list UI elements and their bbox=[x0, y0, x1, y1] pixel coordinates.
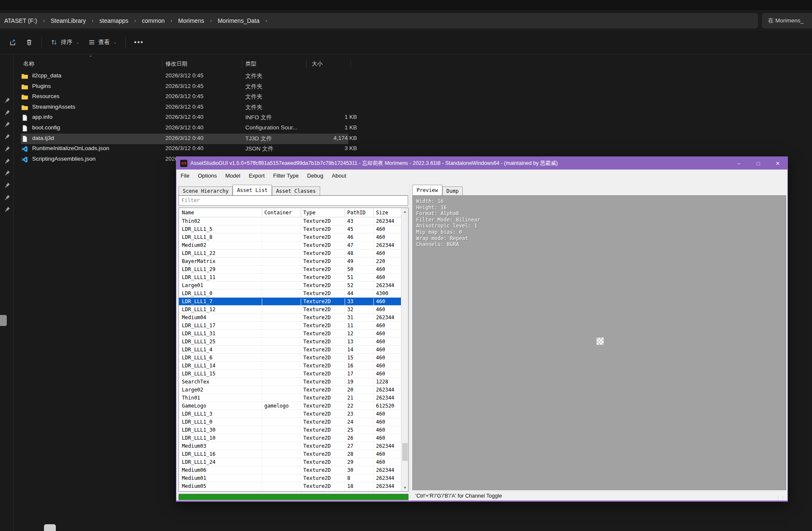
column-divider[interactable] bbox=[345, 209, 345, 216]
breadcrumb[interactable]: ATASET (F:)›SteamLibrary›steamapps›commo… bbox=[0, 13, 758, 28]
tab-preview[interactable]: Preview bbox=[412, 185, 442, 195]
asset-row[interactable]: Thin01Texture2D21262344 bbox=[179, 394, 402, 402]
resize-grip[interactable]: ⋮⋮ bbox=[776, 496, 785, 501]
breadcrumb-segment[interactable]: steamapps bbox=[97, 16, 131, 26]
column-header-date[interactable]: 修改日期 bbox=[165, 60, 187, 68]
asset-row[interactable]: LDR_LLL1_4Texture2D14460 bbox=[179, 346, 402, 354]
asset-column-size[interactable]: Size bbox=[376, 210, 388, 216]
column-divider[interactable] bbox=[242, 60, 242, 68]
menu-about[interactable]: About bbox=[328, 170, 351, 181]
file-row[interactable]: Plugins2026/3/12 0:45文件夹 bbox=[14, 82, 353, 92]
search-input[interactable]: 在 Morimens_ bbox=[762, 13, 812, 28]
file-row[interactable]: data.tj3d2026/3/12 0:40TJ3D 文件4,174 KB bbox=[21, 134, 348, 144]
pin-icon[interactable] bbox=[4, 97, 11, 104]
asset-row[interactable]: SearchTexTexture2D191228 bbox=[179, 378, 402, 386]
asset-row[interactable]: Large01Texture2D52262344 bbox=[179, 282, 402, 290]
asset-row[interactable]: Medium04Texture2D31262344 bbox=[179, 314, 402, 322]
asset-row[interactable]: Medium06Texture2D30262344 bbox=[179, 466, 402, 474]
share-button[interactable] bbox=[5, 35, 21, 49]
asset-row[interactable]: LDR_LLL1_5Texture2D45460 bbox=[179, 225, 402, 233]
pin-icon[interactable] bbox=[4, 145, 11, 152]
more-options-button[interactable]: ••• bbox=[130, 35, 148, 49]
menu-file[interactable]: File bbox=[176, 170, 194, 181]
breadcrumb-segment[interactable]: common bbox=[140, 16, 167, 26]
menu-model[interactable]: Model bbox=[221, 170, 244, 181]
asset-row[interactable]: LDR_LLL1_8Texture2D46460 bbox=[179, 233, 402, 241]
column-header-type[interactable]: 类型 bbox=[245, 60, 256, 68]
asset-row[interactable]: Large02Texture2D20262344 bbox=[179, 386, 402, 394]
asset-row[interactable]: GameLogogamelogoTexture2D22612520 bbox=[179, 402, 402, 410]
close-button[interactable]: ✕ bbox=[768, 157, 787, 170]
breadcrumb-segment[interactable]: SteamLibrary bbox=[48, 16, 88, 26]
asset-list-scrollbar[interactable]: ▲ ▼ bbox=[401, 208, 408, 491]
scrollbar-thumb[interactable] bbox=[402, 443, 408, 461]
menu-debug[interactable]: Debug bbox=[303, 170, 327, 181]
pin-icon[interactable] bbox=[4, 194, 11, 201]
column-divider[interactable] bbox=[306, 60, 307, 68]
pin-icon[interactable] bbox=[4, 133, 11, 140]
tab-scene-hierarchy[interactable]: Scene Hierarchy bbox=[178, 186, 233, 195]
delete-button[interactable] bbox=[21, 35, 37, 49]
asset-row[interactable]: LDR_LLL1_0Texture2D24460 bbox=[179, 418, 402, 426]
asset-row[interactable]: LDR_LLL1_22Texture2D48460 bbox=[179, 249, 402, 257]
breadcrumb-segment[interactable]: Morimens bbox=[176, 16, 206, 26]
column-header-size[interactable]: 大小 bbox=[312, 60, 323, 68]
asset-list-view[interactable]: Name Container Type PathID Size Thin02Te… bbox=[178, 208, 409, 492]
panel-splitter[interactable] bbox=[409, 185, 410, 501]
asset-row[interactable]: BayerMatrixTexture2D49220 bbox=[179, 257, 402, 266]
column-divider[interactable] bbox=[162, 60, 162, 68]
file-row[interactable]: StreamingAssets2026/3/12 0:45文件夹 bbox=[14, 102, 353, 113]
column-divider[interactable] bbox=[262, 209, 262, 216]
scroll-up-icon[interactable]: ▲ bbox=[401, 208, 409, 215]
asset-row[interactable]: LDR_LLL1_30Texture2D25460 bbox=[179, 426, 402, 434]
asset-row[interactable]: Thin02Texture2D43262344 bbox=[179, 217, 402, 225]
pin-icon[interactable] bbox=[4, 182, 11, 189]
asset-row[interactable]: LDR_LLL1_3Texture2D23460 bbox=[179, 410, 402, 418]
asset-row[interactable]: LDR_LLL1_6Texture2D15460 bbox=[179, 354, 402, 362]
pin-icon[interactable] bbox=[4, 158, 11, 164]
menu-filter-type[interactable]: Filter Type bbox=[269, 170, 303, 181]
pin-icon[interactable] bbox=[4, 121, 11, 128]
asset-row[interactable]: LDR_LLL1_7Texture2D33460 bbox=[179, 298, 402, 306]
file-row[interactable]: Resources2026/3/12 0:45文件夹 bbox=[14, 92, 353, 102]
file-row[interactable]: boot.config2026/3/12 0:40Configuration S… bbox=[14, 123, 353, 134]
asset-row[interactable]: Medium05Texture2D18262344 bbox=[179, 482, 402, 490]
menu-options[interactable]: Options bbox=[194, 170, 221, 181]
asset-row[interactable]: LDR_LLL1_15Texture2D17460 bbox=[179, 370, 402, 378]
file-row[interactable]: il2cpp_data2026/3/12 0:45文件夹 bbox=[14, 71, 353, 82]
file-row[interactable]: app.info2026/3/12 0:40INFO 文件1 KB bbox=[14, 112, 353, 123]
asset-column-pathid[interactable]: PathID bbox=[347, 210, 365, 216]
minimize-button[interactable]: – bbox=[729, 157, 749, 170]
column-divider[interactable] bbox=[351, 60, 351, 68]
asset-column-type[interactable]: Type bbox=[303, 210, 315, 216]
asset-column-container[interactable]: Container bbox=[264, 210, 292, 216]
pin-icon[interactable] bbox=[4, 109, 11, 116]
asset-row[interactable]: LDR_LLL1_0Texture2D444300 bbox=[179, 290, 402, 298]
asset-row[interactable]: LDR_LLL1_31Texture2D12460 bbox=[179, 330, 402, 338]
tab-dump[interactable]: Dump bbox=[442, 186, 463, 195]
file-row[interactable]: RuntimeInitializeOnLoads.json2026/3/12 0… bbox=[14, 144, 353, 154]
pin-icon[interactable] bbox=[4, 170, 11, 176]
asset-row[interactable]: LDR_LLL1_17Texture2D11460 bbox=[179, 322, 402, 330]
sort-button[interactable]: 排序 ⌄ bbox=[46, 35, 84, 49]
asset-row[interactable]: LDR_LLL1_12Texture2D32460 bbox=[179, 306, 402, 314]
nav-scrollbar-thumb[interactable] bbox=[0, 315, 7, 326]
maximize-button[interactable]: □ bbox=[749, 157, 768, 170]
asset-row[interactable]: LDR_LLL1_29Texture2D50460 bbox=[179, 266, 402, 274]
asset-row[interactable]: LDR_LLL1_11Texture2D51460 bbox=[179, 274, 402, 282]
asset-row[interactable]: LDR_LLL1_24Texture2D29460 bbox=[179, 458, 402, 466]
tab-asset-classes[interactable]: Asset Classes bbox=[272, 186, 320, 195]
assetstudio-titlebar[interactable]: AS AssetStudioGUI v1.5.0+57ffcff81a5157e… bbox=[176, 157, 787, 170]
column-divider[interactable] bbox=[301, 209, 301, 216]
asset-row[interactable]: LDR_LLL1_16Texture2D28460 bbox=[179, 450, 402, 458]
asset-row[interactable]: Medium01Texture2D8262344 bbox=[179, 474, 402, 482]
breadcrumb-segment[interactable]: Morimens_Data bbox=[215, 16, 262, 26]
asset-row[interactable]: LDR_LLL1_10Texture2D26460 bbox=[179, 434, 402, 442]
tab-asset-list[interactable]: Asset List bbox=[233, 185, 272, 195]
asset-row[interactable]: Medium03Texture2D27262344 bbox=[179, 442, 402, 450]
column-header-name[interactable]: 名称 bbox=[23, 60, 34, 68]
view-button[interactable]: 查看 ⌄ bbox=[84, 35, 121, 49]
scroll-down-icon[interactable]: ▼ bbox=[401, 484, 409, 491]
asset-column-name[interactable]: Name bbox=[182, 210, 194, 216]
pin-icon[interactable] bbox=[4, 206, 11, 213]
